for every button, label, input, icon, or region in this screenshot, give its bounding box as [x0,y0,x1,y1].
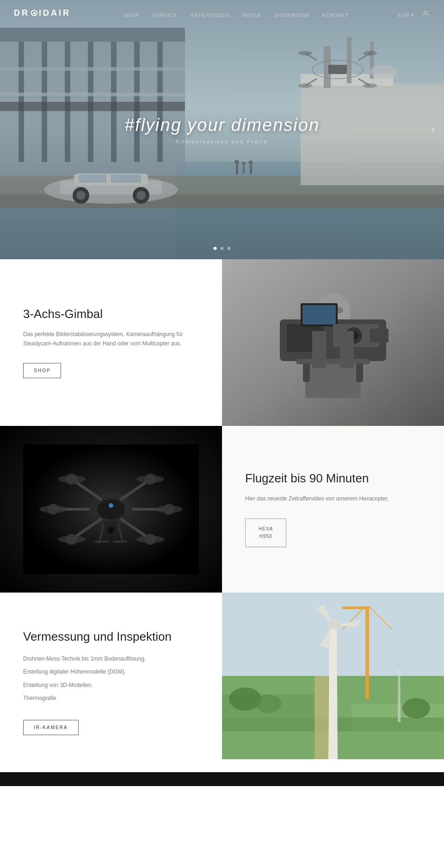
gimbal-image [222,259,444,426]
gimbal-text: 3-Achs-Gimbal Das perfekte Bilderstabili… [0,259,222,426]
svg-rect-114 [327,620,340,628]
currency-chevron-icon: ▾ [411,12,414,18]
hero-section: #flying your dimension Filmaufnahmen von… [0,0,444,259]
currency-selector[interactable]: EUR ▾ [398,12,414,18]
currency-label: EUR [398,12,410,18]
nav-shop[interactable]: Shop [123,12,139,18]
flight-description: Hier das neueste Zeitraffervideo von uns… [245,494,421,503]
gimbal-title: 3-Achs-Gimbal [23,307,199,321]
hero-title: #flying your dimension [124,115,320,135]
drone-dark-background [0,426,222,593]
site-header: DR IDAIR FLYING YOUR DIMENSION Shop Serv… [0,0,444,30]
survey-title: Vermessung und Inspektion [23,630,199,644]
nav-showroom[interactable]: Showroom [274,12,309,18]
hero-subtitle: Filmaufnahmen von Prelis [124,139,320,144]
svg-point-98 [108,527,114,533]
svg-point-118 [255,694,281,713]
main-nav: Shop Service Referenzen Media Showroom K… [123,12,349,18]
survey-list-item-1: Drohnen-Mess-Technik bis 1mm Bodenauflös… [23,652,199,665]
svg-point-86 [58,536,86,543]
hero-dot-3[interactable] [228,247,231,250]
survey-section: Vermessung und Inspektion Drohnen-Mess-T… [0,593,444,772]
logo-text-idair: IDAIR [39,8,71,18]
logo-text-dr: DR [14,8,30,18]
gimbal-description: Das perfekte Bilderstabilisierungssystem… [23,330,199,349]
svg-rect-68 [312,331,326,368]
svg-rect-105 [365,606,369,699]
logo[interactable]: DR IDAIR FLYING YOUR DIMENSION [14,8,74,22]
user-account-icon[interactable] [422,10,430,20]
hexa-button-line2: H950 [259,533,272,540]
drone-svg [23,444,199,574]
footer-strip [0,772,444,786]
svg-point-90 [58,475,86,483]
hero-dot-indicators [214,247,231,250]
svg-point-82 [155,506,183,513]
svg-point-91 [109,503,113,508]
survey-list: Drohnen-Mess-Technik bis 1mm Bodenauflös… [23,652,199,705]
nav-media[interactable]: Media [242,12,261,18]
gimbal-section: 3-Achs-Gimbal Das perfekte Bilderstabili… [0,259,444,426]
hexa-button[interactable]: HEXA H950 [245,518,286,547]
drone-image [0,426,222,593]
svg-rect-104 [314,676,328,759]
drone-section: Flugzeit bis 90 Minuten Hier das neueste… [0,426,444,593]
survey-list-item-3: Erstellung von 3D-Modellen. [23,679,199,692]
svg-point-88 [39,506,67,513]
svg-rect-67 [356,363,363,382]
svg-point-119 [402,698,430,718]
survey-text: Vermessung und Inspektion Drohnen-Mess-T… [0,593,222,772]
turbine-image [222,593,444,759]
logo-tagline: FLYING YOUR DIMENSION [14,19,74,22]
logo-circle-icon [31,10,37,16]
svg-point-72 [97,499,125,519]
svg-rect-99 [222,593,444,676]
flight-title: Flugzeit bis 90 Minuten [245,471,421,486]
gimbal-shop-button[interactable]: SHOP [23,363,61,378]
turbine-scene-svg [222,593,444,759]
ir-camera-button[interactable]: IR-KAMERA [23,720,79,735]
hero-dot-1[interactable] [214,247,217,250]
gimbal-scene-svg [222,259,444,426]
survey-list-item-2: Erstellung digitaler Höhenmodelle (DGM). [23,665,199,678]
svg-rect-69 [340,331,354,368]
nav-right: EUR ▾ [398,10,430,20]
svg-marker-115 [398,662,401,722]
hero-content: #flying your dimension Filmaufnahmen von… [124,115,320,144]
svg-rect-64 [370,329,388,343]
nav-kontakt[interactable]: Kontakt [322,12,349,18]
svg-rect-66 [303,363,310,382]
svg-rect-60 [302,305,336,325]
svg-rect-103 [222,718,444,731]
hero-dot-2[interactable] [221,247,224,250]
svg-point-116 [396,662,402,667]
hero-next-button[interactable]: › [432,124,435,136]
nav-service[interactable]: Service [152,12,178,18]
hexa-button-line1: HEXA [259,525,273,533]
svg-point-84 [136,536,164,543]
flight-text: Flugzeit bis 90 Minuten Hier das neueste… [222,426,444,593]
survey-list-item-4: Thermografie [23,692,199,705]
svg-point-80 [136,475,164,483]
nav-referenzen[interactable]: Referenzen [191,12,230,18]
